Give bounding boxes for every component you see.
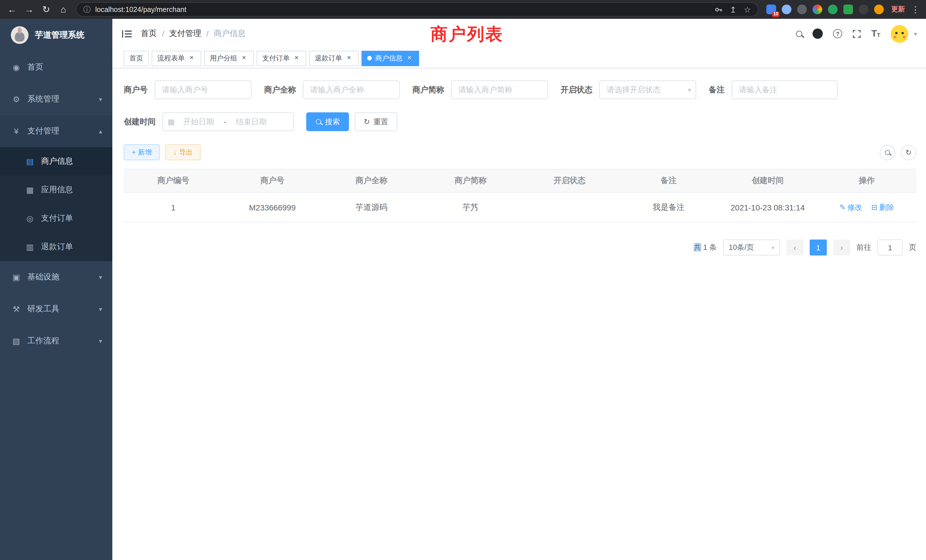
tab-refund-order[interactable]: 退款订单× bbox=[309, 50, 359, 66]
site-info-icon[interactable]: ⓘ bbox=[83, 4, 91, 15]
col-actions: 操作 bbox=[817, 176, 917, 186]
search-icon bbox=[316, 119, 321, 125]
cell-full-name: 芋道源码 bbox=[322, 202, 421, 212]
back-icon[interactable]: ← bbox=[4, 2, 20, 17]
omnibox-actions: ↥ ☆ bbox=[714, 5, 751, 14]
toggle-search-button[interactable] bbox=[880, 145, 895, 160]
reload-icon[interactable]: ↻ bbox=[38, 2, 54, 17]
fullscreen-icon[interactable] bbox=[852, 29, 861, 38]
browser-menu-icon[interactable]: ⋮ bbox=[911, 4, 920, 15]
sidebar-item-label: 退款订单 bbox=[41, 242, 73, 252]
user-avatar[interactable] bbox=[891, 25, 908, 42]
status-select[interactable]: ▾ bbox=[599, 80, 696, 99]
sidebar-item-app-info[interactable]: ▦ 应用信息 bbox=[0, 176, 112, 204]
sidebar: 芋道管理系统 ◉ 首页 ⚙ 系统管理 ▾ ¥ 支付管理 ▴ ▤ 商户信息 bbox=[0, 19, 112, 560]
next-page-button[interactable]: › bbox=[833, 239, 850, 256]
search-icon[interactable] bbox=[796, 30, 802, 37]
sidebar-item-pay-order[interactable]: ◎ 支付订单 bbox=[0, 204, 112, 233]
extension-icon-green-circle[interactable] bbox=[828, 5, 838, 14]
sidebar-item-infrastructure[interactable]: ▣ 基础设施 ▾ bbox=[0, 261, 112, 293]
close-icon[interactable]: × bbox=[240, 54, 248, 62]
extension-icon-blue[interactable] bbox=[782, 5, 791, 14]
sidebar-item-label: 基础设施 bbox=[27, 272, 59, 282]
extension-icon-badged[interactable]: 10 bbox=[766, 5, 776, 14]
table-row: 1 M233666999 芋道源码 芋艿 我是备注 2021-10-23 08:… bbox=[124, 193, 916, 222]
tab-pay-order[interactable]: 支付订单× bbox=[257, 50, 306, 66]
cell-merchant-no: M233666999 bbox=[223, 203, 322, 212]
date-start-input[interactable] bbox=[177, 118, 220, 126]
close-icon[interactable]: × bbox=[406, 54, 413, 62]
gear-icon: ⚙ bbox=[11, 95, 21, 104]
merchant-no-input[interactable] bbox=[154, 80, 251, 99]
sidebar-item-payment[interactable]: ¥ 支付管理 ▴ bbox=[0, 115, 112, 147]
search-button[interactable]: 搜索 bbox=[306, 112, 349, 131]
col-full-name: 商户全称 bbox=[322, 176, 421, 186]
full-name-input[interactable] bbox=[303, 80, 400, 99]
browser-update-button[interactable]: 更新 bbox=[891, 5, 905, 14]
tab-home[interactable]: 首页 bbox=[124, 50, 149, 66]
status-select-input[interactable] bbox=[599, 80, 696, 99]
share-icon[interactable]: ↥ bbox=[729, 5, 736, 14]
grid-icon: ▦ bbox=[25, 185, 35, 194]
extension-icon-green-square[interactable] bbox=[843, 5, 853, 14]
avatar-dropdown-caret-icon[interactable]: ▾ bbox=[914, 30, 917, 37]
pagination: 共 1 条 10条/页 ▾ ‹ 1 › 前往 页 bbox=[124, 239, 916, 256]
add-button[interactable]: + 新增 bbox=[124, 144, 160, 160]
filter-remark: 备注 bbox=[709, 80, 838, 99]
date-end-input[interactable] bbox=[230, 118, 273, 126]
edit-button[interactable]: ✎修改 bbox=[839, 202, 862, 212]
navbar-actions: ? TT ▾ bbox=[796, 25, 917, 42]
page-number-button[interactable]: 1 bbox=[809, 239, 827, 256]
goto-suffix: 页 bbox=[909, 242, 916, 253]
address-bar[interactable]: ⓘ localhost:1024/pay/merchant ↥ ☆ bbox=[76, 2, 758, 17]
github-icon[interactable] bbox=[813, 29, 823, 39]
calendar-icon: ▦ bbox=[168, 118, 175, 126]
bookmark-star-icon[interactable]: ☆ bbox=[744, 5, 751, 14]
close-icon[interactable]: × bbox=[292, 54, 301, 62]
sidebar-item-home[interactable]: ◉ 首页 bbox=[0, 51, 112, 83]
profile-avatar-icon[interactable] bbox=[874, 5, 884, 14]
breadcrumb-home[interactable]: 首页 bbox=[141, 29, 157, 39]
browser-nav-buttons: ← → ↻ ⌂ bbox=[4, 2, 71, 17]
tab-user-group[interactable]: 用户分组× bbox=[204, 50, 254, 66]
sidebar-item-workflow[interactable]: ▧ 工作流程 ▾ bbox=[0, 325, 112, 357]
remark-input[interactable] bbox=[732, 80, 838, 99]
sidebar-item-system[interactable]: ⚙ 系统管理 ▾ bbox=[0, 83, 112, 115]
extension-icon-dark[interactable] bbox=[797, 5, 807, 14]
home-icon[interactable]: ⌂ bbox=[55, 2, 71, 17]
extensions-pin-icon[interactable] bbox=[859, 5, 869, 14]
tab-merchant-info[interactable]: 商户信息× bbox=[362, 50, 419, 66]
refresh-button[interactable]: ↻ bbox=[901, 145, 916, 160]
export-button[interactable]: ↓ 导出 bbox=[165, 144, 201, 160]
help-icon[interactable]: ? bbox=[833, 29, 842, 38]
merchant-no-label: 商户号 bbox=[124, 85, 148, 95]
forward-icon[interactable]: → bbox=[21, 2, 37, 17]
prev-page-button[interactable]: ‹ bbox=[786, 239, 803, 256]
table-header: 商户编号 商户号 商户全称 商户简称 开启状态 备注 创建时间 操作 bbox=[124, 170, 916, 193]
close-icon[interactable]: × bbox=[345, 54, 353, 62]
sidebar-item-merchant-info[interactable]: ▤ 商户信息 bbox=[0, 147, 112, 176]
goto-page-input[interactable] bbox=[878, 239, 903, 256]
tab-process-form[interactable]: 流程表单× bbox=[152, 50, 201, 66]
short-name-input[interactable] bbox=[451, 80, 548, 99]
filter-status: 开启状态 ▾ bbox=[560, 80, 696, 99]
sidebar-item-devtools[interactable]: ⚒ 研发工具 ▾ bbox=[0, 293, 112, 325]
close-icon[interactable]: × bbox=[188, 54, 195, 62]
screen: ← → ↻ ⌂ ⓘ localhost:1024/pay/merchant ↥ … bbox=[0, 0, 926, 560]
page-size-select[interactable]: 10条/页 ▾ bbox=[723, 239, 780, 256]
cell-create-time: 2021-10-23 08:31:14 bbox=[718, 203, 817, 212]
pagination-total: 共 1 条 bbox=[694, 242, 717, 253]
key-icon[interactable] bbox=[714, 5, 722, 14]
font-size-icon[interactable]: TT bbox=[871, 29, 881, 38]
delete-button[interactable]: ⊟删除 bbox=[871, 202, 894, 212]
extension-icon-colorful[interactable] bbox=[813, 5, 822, 14]
sidebar-fold-icon[interactable] bbox=[122, 29, 132, 38]
date-range-picker[interactable]: ▦ - bbox=[162, 112, 294, 131]
breadcrumb-payment[interactable]: 支付管理 bbox=[169, 29, 201, 39]
chevron-down-icon: ▾ bbox=[99, 306, 102, 313]
sidebar-item-refund-order[interactable]: ▥ 退款订单 bbox=[0, 233, 112, 261]
filter-create-time: 创建时间 ▦ - bbox=[124, 112, 294, 131]
cell-merchant-id: 1 bbox=[124, 203, 223, 212]
reset-button[interactable]: ↻ 重置 bbox=[355, 112, 398, 131]
tags-view: 首页 流程表单× 用户分组× 支付订单× 退款订单× 商户信息× bbox=[112, 48, 926, 68]
